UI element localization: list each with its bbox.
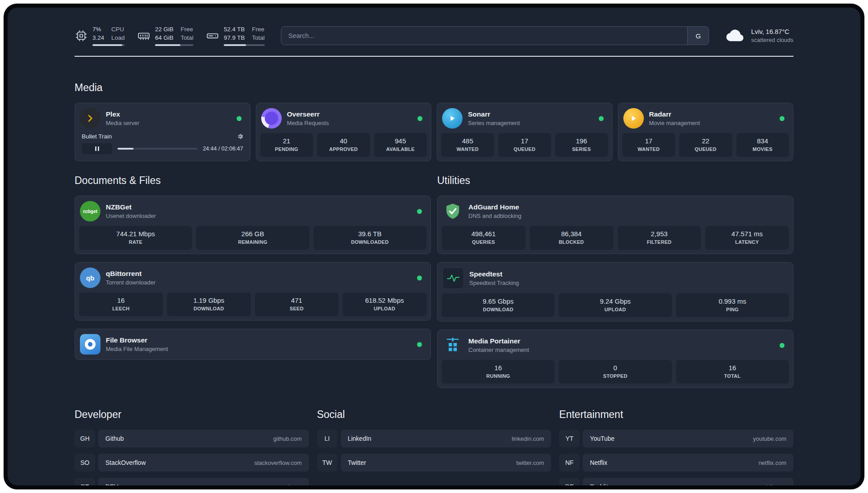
stat-label: LATENCY <box>707 239 787 245</box>
stat-tile: 196 SERIES <box>555 133 608 157</box>
service-card-nzbget[interactable]: nzbget NZBGet Usenet downloader 744.21 M… <box>75 196 431 254</box>
search-provider-button[interactable]: G <box>687 27 709 45</box>
section-title-media: Media <box>75 82 793 94</box>
stat-label: WANTED <box>624 146 674 152</box>
stat-tile: 47.571 ms LATENCY <box>705 226 789 250</box>
stat-tile: 0.993 ms PING <box>676 293 789 317</box>
bookmark-group-developer: Developer GH Github github.com SO StackO… <box>75 409 309 485</box>
stat-tile: 945 AVAILABLE <box>374 133 427 157</box>
service-name: AdGuard Home <box>468 203 786 211</box>
service-name: Radarr <box>649 110 775 118</box>
cpu-labels: CPU Load <box>111 25 125 42</box>
stat-label: RUNNING <box>443 373 553 379</box>
stat-value: 40 <box>319 137 368 145</box>
bookmark-name: DEV <box>105 483 118 485</box>
search-bar: G <box>281 26 709 45</box>
service-name: Media Portainer <box>468 337 774 345</box>
service-card-radarr[interactable]: Radarr Movie management 17 WANTED 22 QUE… <box>618 103 794 161</box>
bookmark-linkedin[interactable]: LI LinkedIn linkedin.com <box>317 430 551 447</box>
stat-value: 196 <box>557 137 606 145</box>
bookmark-url: linkedin.com <box>512 435 544 442</box>
bookmark-abbr: LI <box>317 430 338 447</box>
stat-label: DOWNLOAD <box>443 307 553 312</box>
service-name: File Browser <box>106 336 412 344</box>
bookmark-abbr: TW <box>317 454 338 472</box>
section-utilities: Utilities AdGuard Home DNS and adblockin… <box>437 175 793 388</box>
stat-value: 0 <box>560 364 670 372</box>
stat-label: BLOCKED <box>531 239 612 245</box>
stat-label: UPLOAD <box>344 306 425 311</box>
service-card-plex[interactable]: Plex Media server Bullet Train <box>75 103 250 161</box>
stat-label: REMAINING <box>198 239 307 245</box>
bookmark-youtube[interactable]: YT YouTube youtube.com <box>559 430 793 447</box>
stat-tile: 2,953 FILTERED <box>618 226 701 250</box>
service-card-overseerr[interactable]: Overseerr Media Requests 21 PENDING 40 A… <box>256 103 432 161</box>
status-dot <box>417 209 422 214</box>
stat-tile: 16 TOTAL <box>676 360 789 384</box>
stat-label: DOWNLOAD <box>169 306 249 311</box>
bookmark-name: YouTube <box>590 435 614 442</box>
playback-time: 24:44 / 02:06:47 <box>203 146 243 152</box>
stat-tile: 744.21 Mbps RATE <box>79 226 192 250</box>
weather-condition: scattered clouds <box>751 37 793 43</box>
disk-values: 52.4 TB 97.9 TB <box>224 25 245 42</box>
service-name: NZBGet <box>106 203 412 211</box>
stat-label: AVAILABLE <box>376 146 426 152</box>
service-card-filebrowser[interactable]: File Browser Media File Management <box>75 329 431 360</box>
service-subtitle: Movie management <box>649 120 775 126</box>
bookmark-netflix[interactable]: NF Netflix netflix.com <box>559 454 793 472</box>
service-card-qbittorrent[interactable]: qb qBittorrent Torrent downloader 16 LEE… <box>75 262 431 321</box>
stat-label: WANTED <box>443 146 492 152</box>
bookmark-group-entertainment: Entertainment YT YouTube youtube.com NF … <box>559 409 793 485</box>
weather-widget: Lviv, 16.87°C scattered clouds <box>725 27 793 44</box>
stat-label: MOVIES <box>738 146 788 152</box>
section-title-social: Social <box>317 409 551 421</box>
stat-tile: 9.24 Gbps UPLOAD <box>559 293 672 317</box>
stat-tile: 22 QUEUED <box>679 133 732 157</box>
bookmark-github[interactable]: GH Github github.com <box>75 430 309 447</box>
stat-label: QUEUED <box>500 146 550 152</box>
service-card-sonarr[interactable]: Sonarr Series management 485 WANTED 17 Q… <box>437 103 613 161</box>
topbar: 7% 3.24 CPU Load <box>75 25 793 47</box>
bookmark-dev[interactable]: DT DEV dev.to <box>75 478 309 485</box>
stat-label: LEECH <box>81 306 161 311</box>
bookmark-abbr: DT <box>75 478 95 485</box>
service-subtitle: Media File Management <box>106 346 412 352</box>
memory-progress-bar <box>155 44 193 46</box>
bookmark-name: Netflix <box>590 459 607 466</box>
window-frame: 7% 3.24 CPU Load <box>4 4 864 489</box>
bookmark-twitter[interactable]: TW Twitter twitter.com <box>317 454 551 472</box>
stat-label: QUEUED <box>681 146 730 152</box>
status-dot <box>780 116 785 121</box>
service-name: Speedtest <box>469 270 786 278</box>
weather-location: Lviv, 16.87°C <box>751 28 793 35</box>
overseerr-icon <box>261 108 282 129</box>
service-subtitle: Media server <box>106 120 231 126</box>
stat-label: QUERIES <box>443 239 524 245</box>
bookmark-reddit[interactable]: RE Reddit reddit.com <box>559 478 793 485</box>
stat-tile: 16 RUNNING <box>442 360 555 384</box>
service-card-portainer[interactable]: Media Portainer Container management 16 … <box>437 330 793 388</box>
stat-tile: 498,461 QUERIES <box>442 226 526 250</box>
gear-icon[interactable] <box>237 133 243 140</box>
search-input[interactable] <box>281 27 688 45</box>
stat-value: 16 <box>678 364 787 372</box>
service-card-adguard[interactable]: AdGuard Home DNS and adblocking 498,461 … <box>437 196 793 254</box>
stat-label: RATE <box>81 239 190 245</box>
portainer-icon <box>442 335 463 355</box>
qbittorrent-icon: qb <box>80 267 100 288</box>
bookmark-stackoverflow[interactable]: SO StackOverflow stackoverflow.com <box>75 454 309 472</box>
dashboard: 7% 3.24 CPU Load <box>8 8 860 485</box>
stat-tile: 834 MOVIES <box>736 133 789 157</box>
bookmark-name: Twitter <box>348 459 366 466</box>
service-card-speedtest[interactable]: Speedtest Speedtest Tracking 9.65 Gbps D… <box>437 262 793 322</box>
stat-value: 21 <box>262 137 312 145</box>
status-dot <box>237 116 242 121</box>
service-subtitle: Media Requests <box>287 120 413 126</box>
pause-button[interactable] <box>82 143 112 154</box>
speedtest-icon <box>442 267 464 289</box>
playback-progress-bar[interactable] <box>117 148 197 150</box>
disk-labels: Free Total <box>252 25 265 42</box>
stat-tile: 618.52 Mbps UPLOAD <box>342 292 426 316</box>
bookmark-abbr: SO <box>75 454 95 472</box>
